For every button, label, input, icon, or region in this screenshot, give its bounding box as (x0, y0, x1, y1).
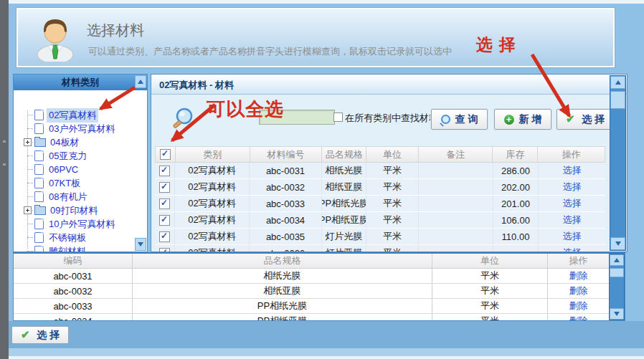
select-button[interactable]: 选 择 (557, 109, 614, 130)
material-code: abc-0034 (250, 212, 322, 228)
row-select-link[interactable]: 选择 (563, 181, 582, 193)
material-name: PP相纸亚膜 (322, 212, 366, 228)
row-select-link[interactable]: 选择 (563, 230, 582, 243)
selected-items-table: 编码 品名规格 单位 操作 abc-0031 相纸光膜 平米 删除 abc-00… (13, 252, 625, 321)
expand-plus-icon[interactable] (24, 206, 32, 214)
material-row[interactable]: 02写真材料 abc-0032 相纸亚膜 平米 202.00 选择 (155, 179, 605, 196)
delete-link[interactable]: 删除 (569, 269, 588, 282)
category-tree-item[interactable]: 05亚克力 (14, 149, 147, 163)
scroll-up-button[interactable] (610, 254, 624, 266)
query-button[interactable]: 查 询 (431, 109, 488, 130)
material-row[interactable]: 02写真材料 abc-0033 PP相纸光膜 平米 201.00 选择 (155, 196, 605, 212)
material-note (419, 212, 493, 228)
column-header: 单位 (432, 254, 548, 268)
row-select-link[interactable]: 选择 (563, 197, 582, 210)
scroll-thumb[interactable] (610, 91, 625, 109)
material-row[interactable]: 02写真材料 abc-0031 相纸光膜 平米 286.00 选择 (155, 163, 605, 179)
add-button[interactable]: 新 增 (494, 109, 551, 130)
window-edge-strip (0, 0, 9, 359)
row-checkbox[interactable] (159, 231, 170, 242)
row-checkbox[interactable] (159, 166, 170, 176)
material-row[interactable]: 02写真材料 abc-0036 灯片亚膜 平米 选择 (155, 245, 605, 252)
main-scrollbar[interactable] (610, 75, 626, 251)
category-tree-item[interactable]: 06PVC (14, 163, 147, 176)
material-row[interactable]: 02写真材料 abc-0035 灯片光膜 平米 110.00 选择 (155, 229, 605, 245)
selected-item-row[interactable]: abc-0031 相纸光膜 平米 删除 (14, 269, 609, 284)
select-button-label: 选 择 (582, 113, 605, 126)
dialog-header: 选择材料 可以通过类别、产品名称或者产品名称拼音字头进行模糊查询，鼠标双击记录就… (16, 7, 615, 68)
category-tree-item[interactable]: 10户外写真材料 (14, 217, 147, 231)
category-label: 09打印材料 (48, 204, 100, 218)
delete-link[interactable]: 删除 (569, 284, 588, 297)
material-name: PP相纸光膜 (322, 196, 366, 211)
category-label: 08有机片 (47, 190, 89, 204)
sidebar-title: 材料类别 (14, 75, 147, 90)
row-select-link[interactable]: 选择 (563, 164, 582, 177)
material-stock: 110.00 (493, 229, 539, 244)
expand-plus-icon[interactable] (24, 138, 32, 146)
category-label: 06PVC (47, 163, 80, 176)
scroll-up-button[interactable] (610, 76, 625, 89)
material-note (419, 179, 493, 195)
material-unit: 平米 (366, 196, 419, 211)
row-select-link[interactable]: 选择 (563, 246, 582, 252)
scroll-down-button[interactable] (610, 308, 624, 320)
scroll-thumb[interactable] (610, 268, 624, 277)
check-icon (21, 330, 32, 340)
sidebar-scroll-up-button[interactable] (135, 75, 146, 88)
selected-name: 相纸光膜 (133, 269, 432, 283)
avatar (32, 14, 78, 64)
triangle-up-icon (615, 80, 621, 85)
category-tree-item[interactable]: 雕刻材料 (14, 244, 147, 252)
triangle-up-icon (138, 80, 143, 84)
row-select-link[interactable]: 选择 (563, 214, 582, 226)
column-header: 编码 (14, 254, 133, 268)
material-unit: 平米 (366, 229, 419, 244)
column-header: 操作 (548, 254, 609, 268)
selected-item-row[interactable]: abc-0032 相纸亚膜 平米 删除 (14, 284, 609, 299)
material-unit: 平米 (366, 212, 419, 228)
edge-dot (3, 140, 6, 143)
category-tree-item[interactable]: 03户外写真材料 (14, 122, 147, 135)
category-tree-item[interactable]: 02写真材料 (14, 108, 147, 122)
scroll-down-button[interactable] (610, 237, 625, 250)
delete-link[interactable]: 删除 (569, 315, 588, 320)
category-sidebar: 材料类别 02写真材料 03户外写真材料 04板材 (13, 74, 148, 252)
selected-table-scrollbar[interactable] (609, 254, 625, 320)
row-checkbox[interactable] (159, 215, 170, 226)
category-tree-item[interactable]: 不锈钢板 (14, 231, 147, 244)
footer-strip (9, 321, 644, 348)
triangle-up-icon (614, 258, 620, 262)
document-icon (34, 150, 44, 161)
magnifier-icon (441, 115, 450, 124)
selected-unit: 平米 (432, 299, 548, 313)
material-code: abc-0032 (250, 179, 322, 195)
material-category: 02写真材料 (175, 196, 250, 211)
edge-dot (3, 163, 6, 166)
select-all-checkbox[interactable] (160, 149, 171, 160)
category-tree-item[interactable]: 09打印材料 (14, 204, 147, 217)
row-checkbox[interactable] (159, 182, 170, 193)
category-label: 雕刻材料 (47, 244, 88, 252)
category-tree-item[interactable]: 08有机片 (14, 190, 147, 204)
delete-link[interactable]: 删除 (569, 300, 588, 312)
document-icon (34, 164, 44, 175)
folder-icon (34, 206, 46, 215)
material-stock: 106.00 (493, 212, 539, 228)
query-button-label: 查 询 (455, 113, 478, 126)
material-row[interactable]: 02写真材料 abc-0034 PP相纸亚膜 平米 106.00 选择 (155, 212, 605, 229)
selected-item-row[interactable]: abc-0033 PP相纸光膜 平米 删除 (14, 299, 609, 314)
sidebar-scroll-down-button[interactable] (135, 238, 146, 251)
selected-item-row[interactable]: abc-0034 PP相纸亚膜 平米 删除 (14, 314, 609, 320)
all-categories-checkbox[interactable] (333, 113, 343, 122)
triangle-down-icon (138, 242, 143, 246)
category-tree-item[interactable]: 04板材 (14, 135, 147, 149)
footer-select-button[interactable]: 选 择 (11, 326, 69, 344)
material-stock: 201.00 (493, 196, 539, 211)
category-tree-item[interactable]: 07KT板 (14, 176, 147, 190)
panel-titlebar: 02写真材料 - 材料 (151, 75, 627, 95)
dialog-title: 选择材料 (87, 21, 144, 40)
row-checkbox[interactable] (159, 198, 170, 209)
category-label: 04板材 (48, 135, 81, 150)
material-unit: 平米 (366, 245, 419, 252)
